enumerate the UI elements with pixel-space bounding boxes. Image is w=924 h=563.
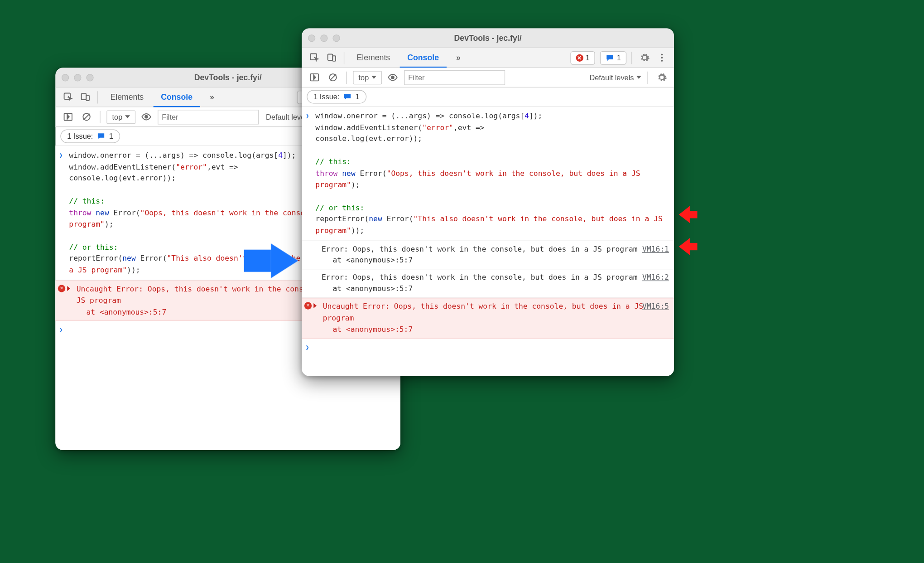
svg-rect-2: [86, 95, 89, 101]
context-select[interactable]: top: [106, 110, 135, 124]
gear-icon[interactable]: [637, 50, 652, 65]
console-input-history: ❯ window.onerror = (...args) => console.…: [302, 107, 674, 241]
separator: [100, 111, 100, 123]
source-link[interactable]: VM16:2: [642, 272, 669, 283]
svg-point-8: [145, 116, 148, 118]
device-toggle-icon[interactable]: [77, 90, 92, 105]
tabs-overflow[interactable]: »: [202, 87, 221, 107]
input-chevron-icon: ❯: [59, 325, 63, 335]
device-toggle-icon[interactable]: [324, 50, 339, 65]
devtools-window-after: DevTools - jec.fyi/ Elements Console » ✕…: [302, 29, 674, 376]
issues-pill[interactable]: 1 Issue: 1: [307, 90, 366, 104]
title-bar[interactable]: DevTools - jec.fyi/: [302, 29, 674, 49]
clear-console-icon[interactable]: [325, 70, 340, 85]
console-log-row[interactable]: VM16:1 Error: Oops, this doesn't work in…: [302, 241, 674, 269]
code-line: console.log(evt.error));: [315, 133, 671, 145]
console-toolbar: top Default levels: [302, 68, 674, 88]
levels-select[interactable]: Default levels: [589, 73, 641, 82]
log-message: Error: Oops, this doesn't work in the co…: [315, 272, 669, 283]
eye-icon[interactable]: [385, 70, 400, 85]
console-log-row[interactable]: VM16:2 Error: Oops, this doesn't work in…: [302, 269, 674, 298]
traffic-minimize[interactable]: [320, 34, 327, 41]
arrow-blue-annotation: [271, 243, 298, 278]
svg-rect-1: [81, 93, 86, 99]
stack-trace: at <anonymous>:5:7: [315, 324, 669, 335]
tab-console[interactable]: Console: [400, 48, 446, 68]
message-icon: [343, 92, 352, 101]
input-chevron-icon: ❯: [306, 111, 309, 121]
code-line: window.addEventListener("error",evt =>: [315, 122, 671, 133]
tab-elements[interactable]: Elements: [349, 48, 397, 68]
error-count: 1: [586, 53, 590, 62]
svg-point-14: [661, 60, 663, 62]
issues-pill[interactable]: 1 Issue: 1: [60, 130, 120, 143]
code-line: reportError(new Error("This also doesn't…: [315, 214, 671, 237]
log-message: Error: Oops, this doesn't work in the co…: [315, 243, 669, 255]
sidebar-toggle-icon[interactable]: [307, 70, 322, 85]
eye-icon[interactable]: [139, 109, 154, 124]
separator: [647, 71, 648, 83]
source-link[interactable]: VM16:5: [642, 301, 669, 312]
expand-icon[interactable]: [67, 286, 70, 291]
inspect-icon[interactable]: [60, 90, 75, 105]
console-error-row[interactable]: ✕ VM16:5 Uncaught Error: Oops, this does…: [302, 298, 674, 338]
traffic-zoom[interactable]: [86, 74, 93, 81]
traffic-minimize[interactable]: [74, 74, 81, 81]
context-label: top: [359, 73, 369, 82]
traffic-close[interactable]: [62, 74, 69, 81]
filter-input[interactable]: [158, 109, 259, 124]
traffic-lights: [62, 74, 94, 81]
stack-trace: at <anonymous>:5:7: [315, 255, 669, 266]
svg-rect-10: [327, 54, 332, 60]
arrow-red-annotation: [679, 206, 690, 223]
error-icon: ✕: [58, 285, 65, 292]
tab-elements[interactable]: Elements: [103, 87, 151, 107]
issues-label: 1 Issue:: [313, 92, 339, 101]
message-icon: [606, 53, 614, 62]
panel-tabs: Elements Console » ✕ 1 1: [302, 48, 674, 68]
tab-console[interactable]: Console: [154, 87, 200, 107]
error-message: Uncaught Error: Oops, this doesn't work …: [315, 301, 669, 324]
clear-console-icon[interactable]: [79, 109, 94, 124]
stack-trace: at <anonymous>:5:7: [315, 283, 669, 295]
traffic-close[interactable]: [308, 34, 315, 41]
code-line: // this:: [315, 156, 671, 168]
expand-icon[interactable]: [313, 303, 317, 308]
separator: [97, 91, 98, 103]
message-count: 1: [617, 53, 621, 62]
traffic-zoom[interactable]: [332, 34, 340, 41]
input-chevron-icon: ❯: [306, 343, 309, 352]
code-line: window.onerror = (...args) => console.lo…: [315, 110, 671, 121]
code-line: throw new Error("Oops, this doesn't work…: [315, 168, 671, 191]
tabs-overflow[interactable]: »: [449, 48, 468, 68]
levels-label: Default levels: [589, 73, 634, 82]
gear-icon[interactable]: [654, 70, 669, 85]
sidebar-toggle-icon[interactable]: [60, 109, 75, 124]
separator: [346, 71, 346, 83]
chevron-down-icon: [636, 76, 641, 79]
inspect-icon[interactable]: [307, 50, 322, 65]
separator: [344, 52, 344, 64]
issues-row: 1 Issue: 1: [302, 87, 674, 107]
context-label: top: [112, 112, 123, 121]
svg-point-17: [391, 76, 394, 79]
console-body[interactable]: ❯ window.onerror = (...args) => console.…: [302, 107, 674, 376]
source-link[interactable]: VM16:1: [642, 243, 669, 255]
message-counter[interactable]: 1: [600, 51, 626, 64]
console-prompt[interactable]: ❯: [302, 338, 674, 345]
message-icon: [97, 132, 106, 141]
svg-point-12: [661, 53, 663, 55]
context-select[interactable]: top: [353, 71, 381, 84]
traffic-lights: [308, 34, 340, 41]
issues-count: 1: [356, 92, 360, 101]
error-icon: ✕: [304, 302, 312, 309]
separator: [631, 52, 632, 64]
svg-rect-11: [332, 56, 336, 61]
error-icon: ✕: [576, 54, 583, 61]
kebab-icon[interactable]: [654, 50, 669, 65]
issues-count: 1: [109, 132, 113, 141]
chevron-down-icon: [125, 115, 130, 118]
error-counter[interactable]: ✕ 1: [570, 51, 595, 64]
svg-point-13: [661, 57, 663, 58]
filter-input[interactable]: [404, 70, 505, 85]
